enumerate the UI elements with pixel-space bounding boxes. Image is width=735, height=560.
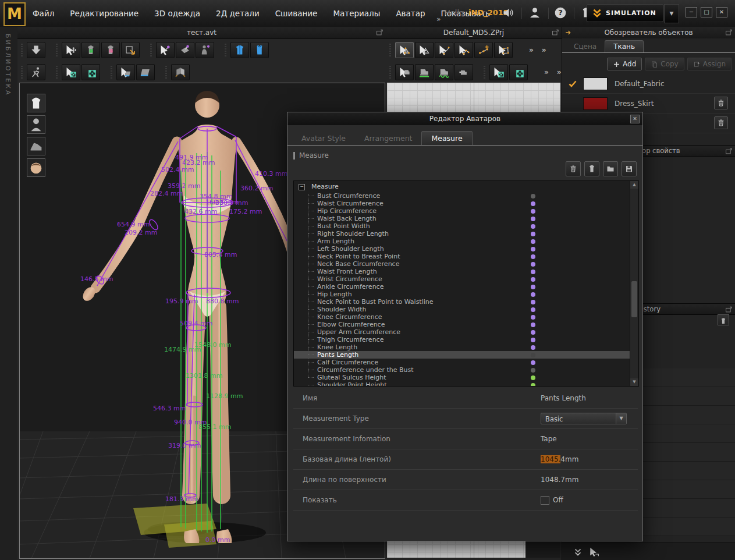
pin-to-surface-button[interactable] — [176, 42, 194, 58]
wall-select-button[interactable] — [116, 64, 135, 80]
transform-garment-button[interactable] — [101, 42, 120, 58]
base-length-input[interactable]: 1045.4mm — [541, 455, 578, 463]
measure-item[interactable]: Hip Circumference — [294, 207, 638, 215]
window-close-button[interactable]: ✕ — [716, 7, 727, 17]
pin-select-button[interactable] — [156, 42, 175, 58]
garment-history-icon[interactable] — [718, 314, 729, 325]
dialog-titlebar[interactable]: Редактор Аватаров ✕ — [287, 112, 642, 125]
dialog-tab-avatar-style[interactable]: Avatar Style — [292, 132, 355, 145]
window-minimize-button[interactable]: − — [686, 7, 697, 17]
window-maximize-button[interactable]: □ — [701, 7, 712, 17]
pin-to-avatar-button[interactable] — [196, 42, 214, 58]
measure-delete-button[interactable] — [566, 161, 581, 176]
copy-fabric-button[interactable]: Copy — [645, 58, 684, 70]
dialog-close-button[interactable]: ✕ — [630, 115, 640, 123]
expand-down-icon[interactable] — [573, 547, 583, 557]
toolbar-overflow-chevron[interactable]: » — [529, 46, 534, 54]
measure-item[interactable]: Wrist Circumference — [294, 275, 638, 283]
simulation-dropdown-arrow[interactable]: ▼ — [664, 4, 679, 23]
measure-item[interactable]: Ankle Circumference — [294, 283, 638, 290]
transform-pattern-button[interactable] — [395, 42, 414, 58]
measure-item[interactable]: Neck Point to Breast Point — [294, 253, 638, 260]
measure-item[interactable]: Left Shoulder Length — [294, 245, 638, 253]
measure-item[interactable]: Waist Back Length — [294, 215, 638, 222]
add-point-button[interactable] — [474, 42, 493, 58]
collapse-arrow-icon[interactable] — [564, 29, 573, 37]
fabric-row[interactable]: Default_Fabric — [562, 74, 735, 94]
measure-tree-root[interactable]: − Measure — [294, 181, 638, 192]
fabric-swatch[interactable] — [583, 97, 608, 110]
account-icon[interactable] — [528, 6, 541, 19]
measure-item[interactable]: Neck Point to Bust Point to Waistline — [294, 298, 638, 306]
sew-select-button[interactable] — [395, 64, 414, 80]
menu-item-7[interactable]: Аватар — [396, 9, 425, 18]
sound-icon[interactable] — [502, 6, 514, 19]
menu-item-3[interactable]: 3D одежда — [154, 9, 200, 18]
scrollbar-thumb[interactable] — [631, 281, 637, 317]
measure-item[interactable]: Waist Front Length — [294, 268, 638, 275]
measure-item[interactable]: Bust Circumference — [294, 192, 638, 200]
assign-fabric-button[interactable]: Assign — [687, 58, 732, 70]
edit-point-button[interactable] — [455, 42, 473, 58]
measure-item[interactable]: Pants Length — [294, 351, 638, 359]
fabric-row[interactable]: Dress_Skirt — [562, 94, 735, 114]
edit-pattern-button[interactable] — [415, 42, 434, 58]
menu-item-6[interactable]: Материалы — [333, 9, 380, 18]
tree-scrollbar[interactable]: ▲ ▼ — [630, 181, 638, 386]
measure-item[interactable]: Knee Circumference — [294, 313, 638, 321]
texture2d-pattern-button[interactable]: P — [509, 64, 528, 80]
menu-item-4[interactable]: 2Д детали — [216, 9, 260, 18]
menu-item-1[interactable]: Файл — [33, 9, 54, 18]
merge-sew-button[interactable] — [455, 64, 473, 80]
measure-item[interactable]: Knee Length — [294, 343, 638, 351]
add-fabric-button[interactable]: Add — [607, 58, 642, 70]
tab-Ткань[interactable]: Ткань — [605, 40, 644, 52]
measure-item[interactable]: Circumference under the Bust — [294, 366, 638, 374]
edit-curvature-button[interactable] — [435, 42, 453, 58]
menu-overflow-chevron[interactable]: » — [436, 15, 441, 23]
texture-pattern-button[interactable]: P — [81, 64, 100, 80]
dialog-tab-measure[interactable]: Measure — [421, 131, 472, 145]
measure-item[interactable]: Shoulder Width — [294, 306, 638, 313]
undock-icon[interactable] — [725, 147, 733, 155]
texture2d-select-button[interactable] — [489, 64, 508, 80]
library-strip[interactable]: БИБЛИОТЕКА — [0, 27, 18, 560]
measure-item[interactable]: Waist Circumference — [294, 200, 638, 207]
measure-open-button[interactable] — [603, 161, 618, 176]
simulation-button[interactable]: SIMULATION — [587, 4, 663, 22]
measure-item[interactable]: Arm Length — [294, 238, 638, 245]
measure-item[interactable]: Thigh Circumference — [294, 336, 638, 343]
scroll-up-icon[interactable]: ▲ — [630, 181, 638, 189]
garment-thumbnail[interactable] — [27, 94, 45, 112]
measure-item[interactable]: Bust Point Width — [294, 222, 638, 230]
move-garment-button[interactable] — [81, 42, 100, 58]
toolbar-overflow-chevron[interactable]: » — [557, 68, 562, 76]
scroll-down-icon[interactable]: ▼ — [630, 378, 638, 386]
fold-arrangement-button[interactable] — [121, 42, 140, 58]
measure-item[interactable]: Hip Length — [294, 290, 638, 298]
delete-fabric-button[interactable] — [714, 116, 728, 129]
dropdown-arrow-icon[interactable]: ▼ — [616, 413, 626, 424]
delete-fabric-button[interactable] — [714, 97, 728, 109]
texture-select-button[interactable] — [62, 64, 80, 80]
measure-item[interactable]: Gluteal Sulcus Height — [294, 374, 638, 381]
undock-icon[interactable] — [551, 29, 559, 37]
edit-polygon-button[interactable] — [494, 42, 513, 58]
undock-icon[interactable] — [725, 306, 733, 314]
toolbar-overflow-chevron[interactable]: » — [542, 46, 546, 54]
select-move-button[interactable] — [62, 42, 80, 58]
measure-garment-button[interactable] — [584, 161, 599, 176]
tree-collapse-icon[interactable]: − — [299, 184, 305, 190]
measure-item[interactable]: Neck Base Circumference — [294, 260, 638, 268]
show-garment-front-button[interactable] — [230, 42, 249, 58]
avatar-bust-thumbnail[interactable] — [27, 115, 45, 134]
head-thumbnail[interactable] — [27, 158, 45, 177]
measure-save-button[interactable] — [622, 161, 637, 176]
shoe-thumbnail[interactable] — [27, 137, 45, 155]
measurement-type-dropdown[interactable]: Basic▼ — [541, 413, 627, 424]
import-garment-button[interactable] — [27, 42, 45, 58]
simulate-button[interactable] — [27, 64, 45, 80]
menu-item-5[interactable]: Сшивание — [275, 9, 318, 18]
fabric-swatch[interactable] — [583, 77, 608, 90]
toolbar-overflow-chevron[interactable]: » — [544, 68, 549, 76]
